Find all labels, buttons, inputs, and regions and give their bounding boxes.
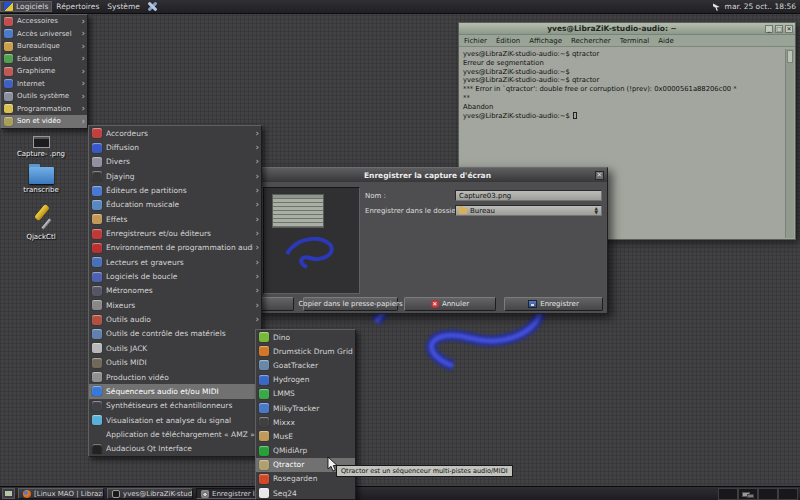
show-desktop-button[interactable] xyxy=(2,488,15,499)
rosegarden-icon xyxy=(259,474,269,484)
menu-item-outils-audio[interactable]: Outils audio xyxy=(89,312,261,326)
menu-item-mixeurs[interactable]: Mixeurs xyxy=(89,298,261,312)
terminal-line: yves@LibraZiK-studio-audio:~$ xyxy=(463,68,782,77)
milkytracker-icon xyxy=(259,403,269,413)
minimize-button[interactable]: _ xyxy=(765,25,773,33)
hidden-button-partial[interactable] xyxy=(259,297,294,311)
folder-dropdown[interactable]: Bureau ▲▼ xyxy=(455,205,602,216)
menu-item-synthetiseurs-et-echantillonneurs[interactable]: Synthétiseurs et échantillonneurs xyxy=(89,399,261,413)
menu-item-lmms[interactable]: LMMS xyxy=(256,387,355,401)
desktop-icon-label: transcribe xyxy=(10,186,72,194)
desktop-icon-capture-png[interactable]: Capture- .png xyxy=(10,136,72,158)
menu-fichier[interactable]: Fichier xyxy=(464,37,487,45)
desktop-icon-transcribe[interactable]: transcribe xyxy=(10,164,72,194)
menu-item-acces-universel[interactable]: Accès universel xyxy=(1,28,87,41)
menu-item-muse[interactable]: MusE xyxy=(256,429,355,443)
submenu-arrow-icon xyxy=(81,54,85,63)
terminal-titlebar[interactable]: yves@LibraZiK-studio-audio: ~ _ □ ✕ xyxy=(459,23,795,35)
menu-item-sequenceurs-audio-et-ou-midi[interactable]: Séquenceurs audio et/ou MIDI xyxy=(89,384,261,398)
menu-aide[interactable]: Aide xyxy=(658,37,673,45)
places-menu-button[interactable]: Répertoires xyxy=(52,1,103,12)
menu-item-outils-midi[interactable]: Outils MIDI xyxy=(89,356,261,370)
audio-programming-icon xyxy=(92,243,102,253)
effects-icon xyxy=(92,214,102,224)
filename-input[interactable] xyxy=(455,190,602,201)
tools-icon[interactable] xyxy=(147,1,158,12)
menu-rechercher[interactable]: Rechercher xyxy=(571,37,611,45)
menu-item-djaying[interactable]: Djaying xyxy=(89,169,261,183)
submenu-arrow-icon xyxy=(81,29,85,38)
menu-item-divers[interactable]: Divers xyxy=(89,155,261,169)
menu-item-education[interactable]: Éducation xyxy=(1,53,87,66)
menu-item-environnement-de-programmation-audio[interactable]: Environnement de programmation audio xyxy=(89,241,261,255)
menu-item-mixxx[interactable]: Mixxx xyxy=(256,415,355,429)
menu-item-programmation[interactable]: Programmation xyxy=(1,103,87,116)
save-icon xyxy=(528,300,537,308)
top-panel: Logiciels Répertoires Système mar. 25 oc… xyxy=(0,0,800,14)
menu-item-outils-systeme[interactable]: Outils système xyxy=(1,90,87,103)
system-menu-button[interactable]: Système xyxy=(103,1,144,12)
menu-item-bureautique[interactable]: Bureautique xyxy=(1,40,87,53)
desktop-icon-qjackctl[interactable]: QjackCtl xyxy=(10,205,72,241)
menu-item-metronomes[interactable]: Métronomes xyxy=(89,284,261,298)
menu-item-editeurs-de-partitions[interactable]: Éditeurs de partitions xyxy=(89,183,261,197)
music-education-icon xyxy=(92,200,102,210)
workspace-3[interactable] xyxy=(758,488,778,500)
menu-item-diffusion[interactable]: Diffusion xyxy=(89,140,261,154)
menu-label: Répertoires xyxy=(56,2,99,11)
copy-to-clipboard-button[interactable]: Copier dans le presse-papiers xyxy=(303,297,398,311)
terminal-line: Abandon xyxy=(463,103,782,112)
menu-item-outils-jack[interactable]: Outils JACK xyxy=(89,341,261,355)
close-button[interactable]: ✕ xyxy=(785,25,793,33)
menu-edition[interactable]: Édition xyxy=(496,37,520,45)
workspace-2[interactable] xyxy=(738,488,758,500)
button-label: Copier dans le presse-papiers xyxy=(298,300,402,308)
firefox-icon xyxy=(23,490,31,498)
menu-item-education-musicale[interactable]: Éducation musicale xyxy=(89,198,261,212)
menu-item-seq24[interactable]: Seq24 xyxy=(256,486,355,500)
menu-item-outils-de-controle-des-materiels[interactable]: Outils de contrôle des matériels xyxy=(89,327,261,341)
menu-item-hydrogen[interactable]: Hydrogen xyxy=(256,373,355,387)
menu-item-son-et-video[interactable]: Son et vidéo xyxy=(1,115,87,128)
menu-item-enregistreurs-et-ou-editeurs[interactable]: Enregistreurs et/ou éditeurs xyxy=(89,226,261,240)
taskbar-task-yves-librazik-studi[interactable]: yves@LibraZiK-studi... xyxy=(107,488,193,499)
taskbar-task-linux-mao-librazik[interactable]: [Linux MAO | Librazik ... xyxy=(18,488,104,499)
task-label: yves@LibraZiK-studi... xyxy=(123,490,193,498)
close-icon[interactable]: ✕ xyxy=(595,171,604,180)
menu-terminal[interactable]: Terminal xyxy=(620,37,650,45)
menu-item-label: Visualisation et analyse du signal xyxy=(106,416,253,425)
menu-item-lecteurs-et-graveurs[interactable]: Lecteurs et graveurs xyxy=(89,255,261,269)
menu-item-goattracker[interactable]: GoatTracker xyxy=(256,358,355,372)
notification-icon[interactable] xyxy=(713,3,721,11)
maximize-button[interactable]: □ xyxy=(775,25,783,33)
menu-item-logiciels-de-boucle[interactable]: Logiciels de boucle xyxy=(89,269,261,283)
menu-item-qmidiarp[interactable]: QMidiArp xyxy=(256,444,355,458)
menu-item-drumstick-drum-grid[interactable]: Drumstick Drum Grid xyxy=(256,344,355,358)
scrollbar[interactable] xyxy=(785,49,794,238)
clock[interactable]: mar. 25 oct.. 18:56 xyxy=(725,2,796,11)
menu-item-label: Accessoires xyxy=(17,17,79,25)
save-button[interactable]: Enregistrer xyxy=(504,297,603,311)
cancel-button[interactable]: Annuler xyxy=(404,297,496,311)
desktop: Capture- .png transcribe QjackCtl yves@L… xyxy=(0,0,800,500)
task-list: [Linux MAO | Librazik ...yves@LibraZiK-s… xyxy=(18,488,282,499)
menu-item-dino[interactable]: Dino xyxy=(256,330,355,344)
menu-item-accessoires[interactable]: Accessoires xyxy=(1,15,87,28)
menu-item-application-de-telechargement-amz[interactable]: Application de téléchargement « AMZ » xyxy=(89,427,261,441)
menu-item-milkytracker[interactable]: MilkyTracker xyxy=(256,401,355,415)
menu-item-effets[interactable]: Effets xyxy=(89,212,261,226)
menu-item-accordeurs[interactable]: Accordeurs xyxy=(89,126,261,140)
applications-menu-button[interactable]: Logiciels xyxy=(0,1,52,12)
scrollbar-thumb[interactable] xyxy=(787,50,793,63)
workspace-4[interactable] xyxy=(778,488,798,500)
workspace-1[interactable] xyxy=(718,488,738,500)
menu-item-audacious-qt-interface[interactable]: Audacious Qt Interface xyxy=(89,442,261,456)
menu-item-internet[interactable]: Internet xyxy=(1,78,87,91)
menu-item-visualisation-et-analyse-du-signal[interactable]: Visualisation et analyse du signal xyxy=(89,413,261,427)
menu-item-label: Outils de contrôle des matériels xyxy=(106,329,253,338)
menu-affichage[interactable]: Affichage xyxy=(529,37,562,45)
dialog-titlebar[interactable]: Enregistrer la capture d'écran ✕ xyxy=(257,168,607,182)
menu-item-production-video[interactable]: Production vidéo xyxy=(89,370,261,384)
menu-item-graphisme[interactable]: Graphisme xyxy=(1,65,87,78)
mouse-cursor xyxy=(327,457,339,472)
